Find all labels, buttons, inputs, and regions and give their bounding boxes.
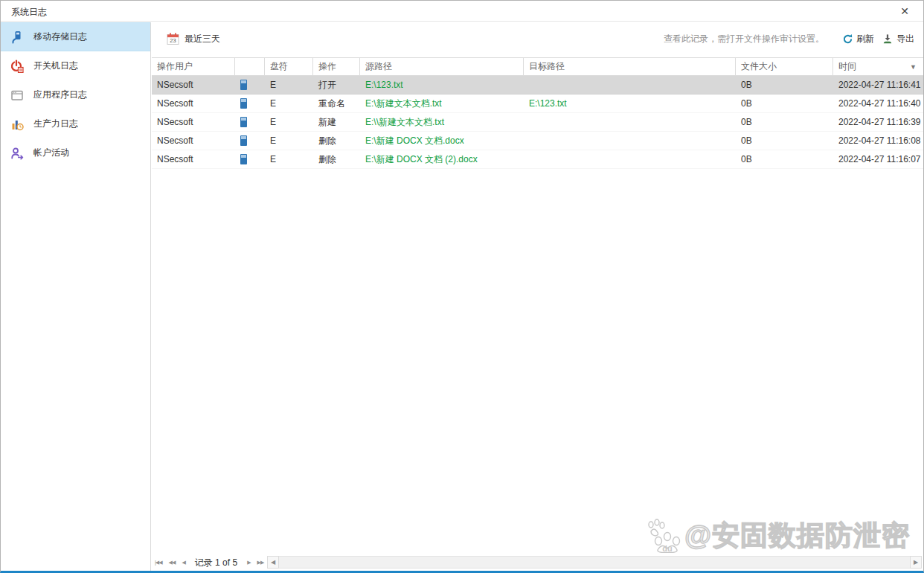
sidebar-item-application-log[interactable]: 应用程序日志 xyxy=(1,80,150,109)
cell-target-path xyxy=(524,150,736,168)
cell-source-path: E:\\新建文本文档.txt xyxy=(360,113,524,131)
cell-target-path: E:\123.txt xyxy=(524,95,736,112)
cell-device xyxy=(235,95,265,112)
cell-size: 0B xyxy=(736,76,833,94)
cell-user: NSecsoft xyxy=(152,132,235,150)
sidebar-item-label: 生产力日志 xyxy=(33,118,78,130)
usb-device-icon xyxy=(240,80,247,90)
cell-user: NSecsoft xyxy=(152,95,235,112)
scroll-left-icon[interactable]: ◀ xyxy=(267,556,279,569)
column-header-time[interactable]: 时间 ▼ xyxy=(833,58,923,75)
cell-action: 删除 xyxy=(313,132,360,150)
power-log-icon xyxy=(10,60,24,73)
cell-time: 2022-04-27 11:16:07 xyxy=(833,150,923,168)
cell-user: NSecsoft xyxy=(152,113,235,131)
date-filter-label: 最近三天 xyxy=(185,33,220,45)
table-row[interactable]: NSecsoft E 删除 E:\新建 DOCX 文档.docx 0B 2022… xyxy=(152,132,923,150)
next-page-button[interactable]: ▶▶ xyxy=(257,560,264,566)
cell-drive: E xyxy=(265,132,313,150)
sidebar-item-label: 移动存储日志 xyxy=(33,31,87,43)
cell-device xyxy=(235,76,265,94)
cell-size: 0B xyxy=(736,113,833,131)
table-row[interactable]: NSecsoft E 新建 E:\\新建文本文档.txt 0B 2022-04-… xyxy=(152,113,923,132)
app-window-icon xyxy=(10,89,24,102)
cell-time: 2022-04-27 11:16:39 xyxy=(833,113,923,131)
date-filter-button[interactable]: 23 最近三天 xyxy=(167,33,220,45)
sidebar: 移动存储日志 开关机日志 应用程序日志 xyxy=(1,22,151,571)
productivity-icon xyxy=(10,118,24,131)
table-row[interactable]: NSecsoft E 删除 E:\新建 DOCX 文档 (2).docx 0B … xyxy=(152,150,923,169)
column-header-drive[interactable]: 盘符 xyxy=(265,58,313,75)
sidebar-item-productivity-log[interactable]: 生产力日志 xyxy=(1,109,150,138)
cell-drive: E xyxy=(265,76,313,94)
column-header-device[interactable] xyxy=(235,58,265,75)
app-window: 系统日志 ✕ 移动存储日志 开关机日志 xyxy=(0,0,924,573)
cell-size: 0B xyxy=(736,132,833,150)
sidebar-item-label: 应用程序日志 xyxy=(33,89,87,101)
cell-user: NSecsoft xyxy=(152,150,235,168)
refresh-button[interactable]: 刷新 xyxy=(842,33,874,45)
cell-action: 新建 xyxy=(313,113,360,131)
first-record-button[interactable]: |◀◀ xyxy=(155,560,162,566)
scroll-right-icon[interactable]: ▶ xyxy=(910,556,922,569)
cell-action: 打开 xyxy=(313,76,360,94)
horizontal-scrollbar[interactable]: ◀ ▶ xyxy=(267,556,922,569)
column-header-time-label: 时间 xyxy=(838,60,856,73)
cell-time: 2022-04-27 11:16:41 xyxy=(833,76,923,94)
navigator-buttons: |◀◀ ◀◀ ◀ 记录 1 of 5 ▶ ▶▶ ▶▶| xyxy=(155,554,277,571)
refresh-icon xyxy=(842,33,853,45)
account-activity-icon xyxy=(10,147,24,160)
title-bar: 系统日志 ✕ xyxy=(1,1,923,22)
time-filter-dropdown-icon[interactable]: ▼ xyxy=(910,63,917,71)
cell-drive: E xyxy=(265,150,313,168)
cell-source-path: E:\新建 DOCX 文档.docx xyxy=(360,132,524,150)
sidebar-item-account-activity[interactable]: 帐户活动 xyxy=(1,138,150,167)
cell-drive: E xyxy=(265,95,313,112)
cell-target-path xyxy=(524,132,736,150)
calendar-icon: 23 xyxy=(167,33,179,45)
toolbar: 23 最近三天 查看此记录，需打开文件操作审计设置。 刷新 xyxy=(152,22,923,57)
cell-device xyxy=(235,150,265,168)
cell-user: NSecsoft xyxy=(152,76,235,94)
column-header-target[interactable]: 目标路径 xyxy=(524,58,736,75)
prev-page-button[interactable]: ◀◀ xyxy=(169,560,176,566)
usb-device-icon xyxy=(240,117,247,127)
export-label: 导出 xyxy=(896,33,914,45)
refresh-label: 刷新 xyxy=(856,33,874,45)
sidebar-item-label: 帐户活动 xyxy=(33,147,69,159)
cell-action: 重命名 xyxy=(313,95,360,112)
cell-size: 0B xyxy=(736,150,833,168)
cell-size: 0B xyxy=(736,95,833,112)
table-row[interactable]: NSecsoft E 重命名 E:\新建文本文档.txt E:\123.txt … xyxy=(152,95,923,113)
cell-source-path: E:\123.txt xyxy=(360,76,524,94)
usb-device-icon xyxy=(240,135,247,146)
calendar-day-number: 23 xyxy=(170,37,176,44)
audit-hint-text: 查看此记录，需打开文件操作审计设置。 xyxy=(664,33,824,45)
close-button[interactable]: ✕ xyxy=(896,4,913,19)
cell-device xyxy=(235,113,265,131)
cell-time: 2022-04-27 11:16:40 xyxy=(833,95,923,112)
column-header-action[interactable]: 操作 xyxy=(313,58,360,75)
column-header-size[interactable]: 文件大小 xyxy=(736,58,833,75)
window-title: 系统日志 xyxy=(11,6,47,19)
export-button[interactable]: 导出 xyxy=(882,33,914,45)
cell-source-path: E:\新建 DOCX 文档 (2).docx xyxy=(360,150,524,168)
column-header-user[interactable]: 操作用户 xyxy=(152,58,235,75)
main-panel: 23 最近三天 查看此记录，需打开文件操作审计设置。 刷新 xyxy=(152,22,923,571)
toolbar-right: 查看此记录，需打开文件操作审计设置。 刷新 导出 xyxy=(664,33,914,45)
record-navigator: |◀◀ ◀◀ ◀ 记录 1 of 5 ▶ ▶▶ ▶▶| ◀ ▶ xyxy=(152,554,923,571)
usb-device-icon xyxy=(240,154,247,164)
next-record-button[interactable]: ▶ xyxy=(247,560,250,566)
cell-drive: E xyxy=(265,113,313,131)
prev-record-button[interactable]: ◀ xyxy=(182,560,185,566)
usb-device-icon xyxy=(240,98,247,109)
table-row[interactable]: NSecsoft E 打开 E:\123.txt 0B 2022-04-27 1… xyxy=(152,76,923,95)
cell-action: 删除 xyxy=(313,150,360,168)
table-header: 操作用户 盘符 操作 源路径 目标路径 文件大小 时间 ▼ xyxy=(152,57,923,76)
export-download-icon xyxy=(882,33,893,45)
column-header-source[interactable]: 源路径 xyxy=(360,58,524,75)
record-count-text: 记录 1 of 5 xyxy=(195,557,237,569)
sidebar-item-power-log[interactable]: 开关机日志 xyxy=(1,51,150,80)
sidebar-item-removable-storage-log[interactable]: 移动存储日志 xyxy=(1,22,150,51)
cell-time: 2022-04-27 11:16:08 xyxy=(833,132,923,150)
